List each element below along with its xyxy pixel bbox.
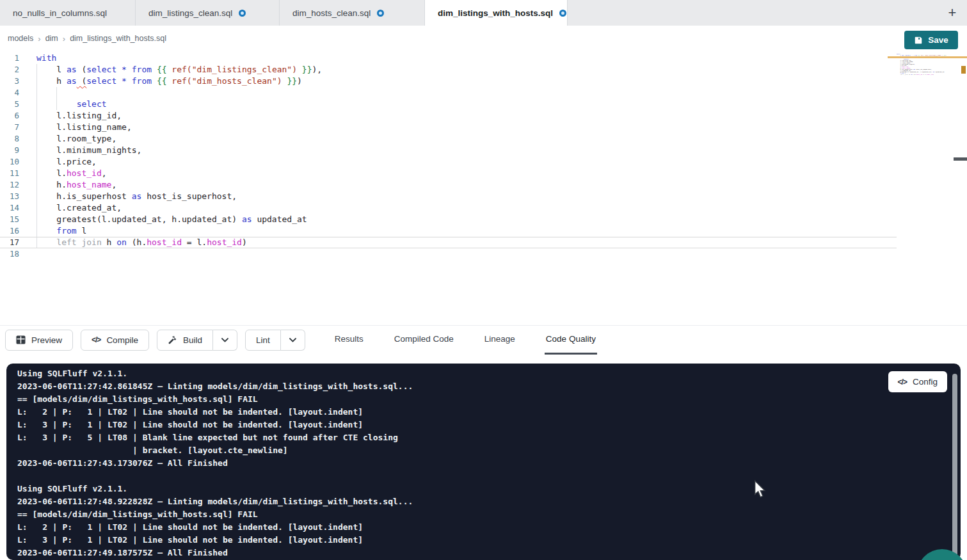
build-dropdown-button[interactable] xyxy=(213,330,237,351)
code-line[interactable]: l.created_at, xyxy=(0,202,897,214)
lint-button-label: Lint xyxy=(256,335,270,345)
tab-label: no_nulls_in_columns.sql xyxy=(13,8,107,18)
tab-lineage[interactable]: Lineage xyxy=(483,326,516,355)
code-line[interactable]: left join h on (h.host_id = l.host_id) xyxy=(0,237,897,248)
preview-button-label: Preview xyxy=(31,335,62,345)
save-button-label: Save xyxy=(928,35,948,45)
config-button[interactable]: </> Config xyxy=(888,371,947,392)
lint-button[interactable]: Lint xyxy=(245,330,281,351)
tab-results[interactable]: Results xyxy=(333,326,365,355)
breadcrumb-item-models[interactable]: models xyxy=(8,34,33,43)
tab-dim-listings-with-hosts[interactable]: dim_listings_with_hosts.sql xyxy=(425,0,568,26)
compile-button[interactable]: </> Compile xyxy=(81,330,149,351)
table-grid-icon xyxy=(16,335,26,344)
breadcrumb-separator: › xyxy=(63,34,65,44)
unsaved-dot-icon[interactable] xyxy=(377,10,384,17)
tab-no-nulls-in-columns[interactable]: no_nulls_in_columns.sql xyxy=(0,0,136,26)
breadcrumb-item-dim[interactable]: dim xyxy=(45,34,58,43)
build-button[interactable]: Build xyxy=(157,330,213,351)
code-line[interactable]: h as (select * from {{ ref("dim_hosts_cl… xyxy=(0,76,897,87)
hammer-icon xyxy=(168,335,177,345)
floppy-disk-icon xyxy=(914,36,923,45)
build-button-label: Build xyxy=(183,335,202,345)
code-editor[interactable]: 123456789101112131415161718 with l as (s… xyxy=(0,51,967,325)
terminal-output: Using SQLFluff v2.1.1. 2023-06-06T11:27:… xyxy=(17,367,413,559)
compile-button-label: Compile xyxy=(106,335,138,345)
tab-dim-listings-clean[interactable]: dim_listings_clean.sql xyxy=(136,0,280,26)
tab-bar-filler xyxy=(568,0,938,26)
code-line[interactable]: l as (select * from {{ ref("dim_listings… xyxy=(0,64,897,76)
unsaved-dot-icon[interactable] xyxy=(239,10,246,17)
code-line[interactable]: h.is_superhost as host_is_superhost, xyxy=(0,191,897,202)
code-line[interactable]: greatest(l.updated_at, h.updated_at) as … xyxy=(0,214,897,225)
new-tab-button[interactable]: + xyxy=(938,0,967,26)
code-line[interactable] xyxy=(0,87,897,99)
code-line[interactable]: l.host_id, xyxy=(0,168,897,179)
overview-ruler-position-marker xyxy=(954,157,967,161)
code-line[interactable]: select xyxy=(0,99,897,110)
lint-split-button: Lint xyxy=(245,330,305,351)
tab-label: dim_listings_with_hosts.sql xyxy=(438,8,553,18)
code-line[interactable]: l.minimum_nights, xyxy=(0,145,897,156)
breadcrumb-separator: › xyxy=(38,34,40,44)
result-panel-tabs: Results Compiled Code Lineage Code Quali… xyxy=(333,326,597,355)
build-split-button: Build xyxy=(157,330,237,351)
save-button[interactable]: Save xyxy=(904,31,958,49)
config-button-label: Config xyxy=(913,377,938,387)
chevron-down-icon xyxy=(221,338,228,342)
breadcrumb-item-file[interactable]: dim_listings_with_hosts.sql xyxy=(70,34,166,43)
terminal-scrollbar-thumb[interactable] xyxy=(952,374,957,556)
tab-compiled-code[interactable]: Compiled Code xyxy=(393,326,455,355)
file-tab-bar: no_nulls_in_columns.sql dim_listings_cle… xyxy=(0,0,967,26)
chevron-down-icon xyxy=(289,338,296,342)
minimap-lint-highlight xyxy=(888,56,967,58)
tab-dim-hosts-clean[interactable]: dim_hosts_clean.sql xyxy=(280,0,425,26)
dbt-cloud-ide: no_nulls_in_columns.sql dim_listings_cle… xyxy=(0,0,967,560)
code-line[interactable]: l.listing_id, xyxy=(0,110,897,122)
code-line[interactable]: h.host_name, xyxy=(0,179,897,191)
code-line[interactable]: l.price, xyxy=(0,156,897,168)
code-brackets-icon: </> xyxy=(92,335,100,344)
code-line[interactable]: l.room_type, xyxy=(0,133,897,145)
tab-label: dim_listings_clean.sql xyxy=(148,8,232,18)
code-line[interactable]: from l xyxy=(0,225,897,237)
tab-code-quality[interactable]: Code Quality xyxy=(545,326,597,355)
code-line[interactable] xyxy=(0,248,897,260)
code-brackets-icon: </> xyxy=(898,378,907,387)
action-toolbar: Preview </> Compile Build L xyxy=(0,325,967,354)
tab-label: dim_hosts_clean.sql xyxy=(292,8,371,18)
unsaved-dot-icon[interactable] xyxy=(559,10,566,17)
code-line[interactable]: with xyxy=(0,52,897,64)
minimap-line xyxy=(897,76,947,77)
code-line[interactable]: l.listing_name, xyxy=(0,122,897,133)
overview-ruler-warning-marker xyxy=(961,66,966,74)
lint-dropdown-button[interactable] xyxy=(281,330,305,351)
lint-output-terminal: Using SQLFluff v2.1.1. 2023-06-06T11:27:… xyxy=(6,364,961,560)
code-area[interactable]: with l as (select * from {{ ref("dim_lis… xyxy=(0,52,897,260)
breadcrumb: models › dim › dim_listings_with_hosts.s… xyxy=(0,26,967,51)
preview-button[interactable]: Preview xyxy=(5,330,73,351)
